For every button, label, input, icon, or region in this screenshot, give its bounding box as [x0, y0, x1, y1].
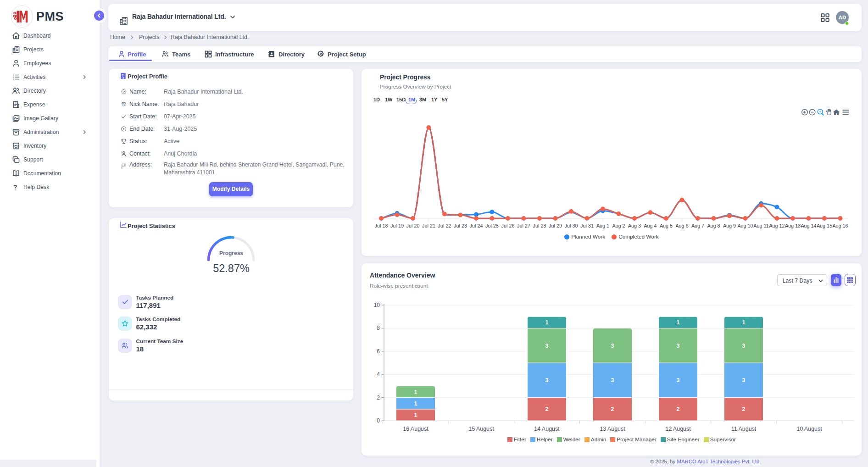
svg-text:10: 10: [374, 302, 380, 308]
svg-text:3: 3: [677, 343, 680, 349]
svg-text:Jul 21: Jul 21: [422, 223, 435, 228]
svg-text:Aug 2: Aug 2: [612, 223, 625, 228]
svg-text:Aug 15: Aug 15: [817, 223, 832, 228]
svg-text:8: 8: [377, 325, 380, 331]
svg-text:16 August: 16 August: [403, 426, 428, 432]
svg-text:Jul 28: Jul 28: [533, 223, 546, 228]
svg-text:0: 0: [377, 417, 380, 424]
svg-text:Jul 27: Jul 27: [517, 223, 530, 228]
svg-text:Jul 25: Jul 25: [485, 223, 499, 228]
svg-text:1: 1: [742, 319, 746, 326]
svg-text:2: 2: [742, 406, 746, 412]
svg-text:Jul 20: Jul 20: [406, 223, 420, 228]
svg-text:Aug 12: Aug 12: [769, 223, 785, 228]
svg-text:2: 2: [545, 406, 549, 412]
svg-text:Aug 10: Aug 10: [737, 223, 753, 228]
svg-text:Aug 9: Aug 9: [723, 223, 736, 228]
svg-text:3: 3: [742, 377, 746, 384]
svg-text:1: 1: [545, 319, 549, 326]
svg-text:3: 3: [611, 343, 614, 349]
svg-text:1: 1: [414, 389, 417, 395]
svg-text:Aug 6: Aug 6: [675, 223, 688, 228]
svg-text:1: 1: [414, 412, 417, 418]
svg-text:3: 3: [677, 377, 680, 384]
svg-text:1: 1: [414, 400, 417, 407]
svg-text:Aug 5: Aug 5: [660, 223, 673, 228]
svg-text:2: 2: [677, 406, 680, 412]
svg-text:3: 3: [545, 377, 549, 384]
svg-text:1: 1: [677, 319, 680, 326]
svg-text:Aug 14: Aug 14: [801, 223, 816, 228]
svg-text:Jul 26: Jul 26: [501, 223, 515, 228]
svg-text:4: 4: [377, 371, 380, 378]
svg-text:Aug 3: Aug 3: [628, 223, 641, 228]
svg-text:3: 3: [742, 343, 746, 349]
svg-text:Jul 19: Jul 19: [390, 223, 404, 228]
svg-text:Jul 23: Jul 23: [454, 223, 467, 228]
svg-text:6: 6: [377, 348, 380, 355]
svg-text:13 August: 13 August: [600, 426, 625, 432]
svg-text:Aug 8: Aug 8: [707, 223, 720, 228]
svg-text:2: 2: [377, 395, 380, 401]
svg-text:Aug 4: Aug 4: [644, 223, 657, 228]
svg-text:Jul 24: Jul 24: [470, 223, 483, 228]
svg-text:15 August: 15 August: [468, 426, 494, 432]
svg-text:Jul 22: Jul 22: [438, 223, 451, 228]
svg-text:3: 3: [611, 377, 614, 384]
svg-text:Aug 1: Aug 1: [596, 223, 609, 228]
svg-text:2: 2: [611, 406, 614, 412]
svg-text:Jul 31: Jul 31: [580, 223, 594, 228]
svg-text:Aug 11: Aug 11: [753, 223, 768, 228]
svg-text:3: 3: [545, 343, 549, 349]
svg-text:Jul 18: Jul 18: [375, 223, 388, 228]
svg-text:10 August: 10 August: [796, 426, 822, 432]
svg-text:12 August: 12 August: [665, 426, 691, 432]
svg-text:11 August: 11 August: [731, 426, 757, 432]
svg-text:Aug 13: Aug 13: [785, 223, 801, 228]
svg-text:Jul 29: Jul 29: [549, 223, 562, 228]
svg-text:Aug 7: Aug 7: [691, 223, 704, 228]
svg-text:Jul 30: Jul 30: [565, 223, 578, 228]
svg-text:14 August: 14 August: [534, 426, 560, 432]
svg-text:Aug 16: Aug 16: [832, 223, 848, 228]
